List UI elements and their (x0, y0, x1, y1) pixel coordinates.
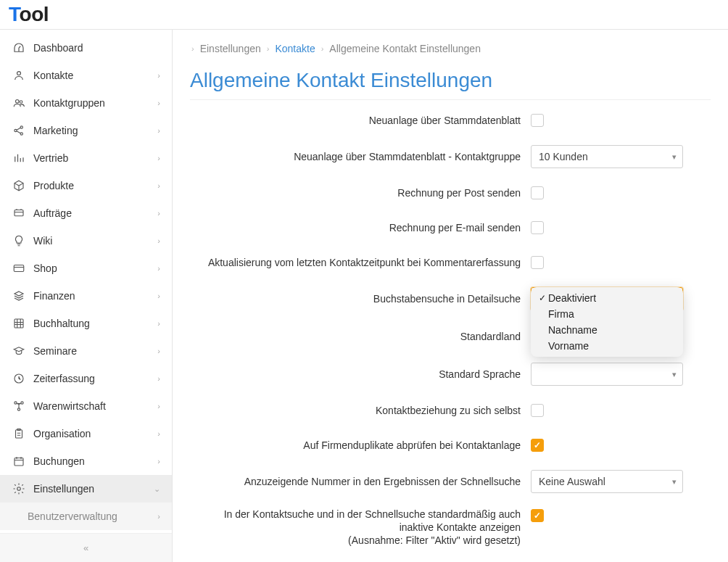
chevron-left-double-icon: « (83, 542, 88, 553)
chevron-right-icon: › (265, 44, 271, 53)
chevron-right-icon: › (157, 236, 160, 245)
cube-icon (12, 179, 26, 192)
chevron-right-icon: › (320, 44, 326, 53)
sidebar-item-label: Zeiterfassung (33, 373, 157, 384)
clock-icon (12, 372, 26, 385)
sidebar-item-label: Buchhaltung (33, 318, 157, 329)
form-label: Neuanlage über Stammdatenblatt (190, 114, 531, 127)
flow-icon (12, 400, 26, 413)
sidebar-item-dashboard[interactable]: Dashboard (0, 34, 172, 62)
sidebar-item-label: Shop (33, 263, 157, 274)
chevron-right-icon: › (190, 44, 196, 53)
sidebar-item-buchhaltung[interactable]: Buchhaltung› (0, 310, 172, 337)
sidebar: DashboardKontakte›Kontaktgruppen›Marketi… (0, 30, 173, 562)
checkbox-beziehung-selbst[interactable] (531, 404, 544, 417)
page-title: Allgemeine Kontakt Einstellungen (190, 69, 711, 100)
sidebar-item-buchungen[interactable]: Buchungen› (0, 447, 172, 475)
chevron-right-icon: › (157, 154, 160, 162)
checkbox-rechnung-post[interactable] (531, 186, 544, 199)
form-label: In der Kontaktsuche und in der Schnellsu… (190, 508, 531, 547)
sidebar-item-kontakte[interactable]: Kontakte› (0, 62, 172, 89)
checkbox-rechnung-email[interactable] (531, 221, 544, 234)
sidebar-item-organisation[interactable]: Organisation› (0, 420, 172, 447)
dashboard-icon (12, 41, 26, 54)
sidebar-item-produkte[interactable]: Produkte› (0, 172, 172, 199)
chevron-right-icon: › (157, 374, 160, 383)
checkbox-aktualisierung[interactable] (531, 256, 544, 269)
sidebar-item-label: Marketing (33, 125, 157, 136)
chevron-down-icon: ⌄ (154, 484, 160, 494)
grid-icon (12, 317, 26, 330)
bars-icon (12, 152, 26, 165)
chevron-right-icon: › (157, 347, 160, 355)
sidebar-item-label: Einstellungen (33, 483, 154, 495)
chevron-right-icon: › (157, 457, 160, 466)
clipboard-icon (12, 427, 26, 440)
chevron-right-icon: › (157, 319, 160, 328)
checkbox-inaktive-anzeigen[interactable] (531, 509, 544, 522)
chevron-right-icon: › (157, 181, 160, 190)
form-label: Standardland (190, 330, 531, 343)
gear-icon (12, 482, 26, 495)
sidebar-item-shop[interactable]: Shop› (0, 255, 172, 282)
select-kontaktgruppe[interactable]: 10 Kunden (531, 145, 683, 168)
calendar-icon (12, 455, 26, 468)
chevron-right-icon: › (157, 292, 160, 300)
dropdown-option-label: Deaktiviert (548, 292, 596, 304)
share-icon (12, 124, 26, 137)
chevron-right-icon: › (157, 71, 160, 80)
sidebar-item-label: Kontakte (33, 70, 157, 81)
sidebar-item-zeiterfassung[interactable]: Zeiterfassung› (0, 365, 172, 392)
sidebar-item-label: Warenwirtschaft (33, 400, 157, 412)
sidebar-item-marketing[interactable]: Marketing› (0, 117, 172, 144)
chevron-right-icon: › (157, 209, 160, 218)
check-icon: ✓ (537, 293, 548, 303)
dropdown-option[interactable]: Nachname (531, 322, 683, 338)
sidebar-collapse[interactable]: « (0, 533, 172, 562)
chevron-right-icon: › (157, 264, 160, 273)
dropdown-option-label: Nachname (548, 324, 597, 336)
dropdown-option-label: Vorname (548, 340, 589, 352)
main: › Einstellungen › Kontakte › Allgemeine … (173, 30, 728, 562)
form-label: Standard Sprache (190, 368, 531, 381)
logo: Tool (9, 3, 49, 26)
chevron-right-icon: › (157, 429, 160, 438)
chevron-right-icon: › (157, 512, 160, 521)
person-icon (12, 69, 26, 82)
sidebar-item-vertrieb[interactable]: Vertrieb› (0, 144, 172, 172)
form-label: Auf Firmenduplikate abprüfen bei Kontakt… (190, 439, 531, 452)
breadcrumb-item[interactable]: Einstellungen (200, 43, 261, 54)
sidebar-item-kontaktgruppen[interactable]: Kontaktgruppen› (0, 89, 172, 117)
dropdown-option[interactable]: Firma (531, 306, 683, 322)
form-label: Buchstabensuche in Detailsuche (190, 292, 531, 305)
form-label: Anzuzeigende Nummer in den Ergebnissen d… (190, 475, 531, 488)
select-standard-sprache[interactable] (531, 363, 683, 386)
sidebar-item-label: Seminare (33, 345, 157, 357)
sidebar-item-warenwirtschaft[interactable]: Warenwirtschaft› (0, 392, 172, 420)
sidebar-subitem-benutzerverwaltung[interactable]: Benutzerverwaltung› (0, 503, 172, 530)
breadcrumb-item: Allgemeine Kontakt Einstellungen (329, 43, 481, 54)
sidebar-item-seminare[interactable]: Seminare› (0, 337, 172, 365)
people-icon (12, 96, 26, 109)
sidebar-item-label: Kontaktgruppen (33, 97, 157, 109)
sidebar-item-einstellungen[interactable]: Einstellungen⌄ (0, 475, 172, 503)
dropdown-option[interactable]: Vorname (531, 338, 683, 354)
dropdown-option[interactable]: ✓Deaktiviert (531, 290, 683, 306)
checkbox-firmenduplikate[interactable] (531, 439, 544, 452)
checkbox-neuanlage-stammdaten[interactable] (531, 114, 544, 127)
chevron-right-icon: › (157, 402, 160, 410)
dropdown-buchstabensuche: ✓DeaktiviertFirmaNachnameVorname (531, 287, 683, 357)
sidebar-item-finanzen[interactable]: Finanzen› (0, 282, 172, 310)
form-label: Kontaktbeziehung zu sich selbst (190, 404, 531, 417)
sidebar-item-label: Finanzen (33, 290, 157, 302)
breadcrumb-item[interactable]: Kontakte (275, 43, 315, 54)
sidebar-item-label: Buchungen (33, 455, 157, 467)
select-anzuzeigende-nummer[interactable]: Keine Auswahl (531, 470, 683, 493)
sidebar-item-wiki[interactable]: Wiki› (0, 227, 172, 255)
header: Tool (0, 0, 728, 30)
chevron-right-icon: › (157, 99, 160, 107)
cap-icon (12, 344, 26, 358)
form-label: Rechnung per Post senden (190, 186, 531, 199)
form-label: Aktualisierung vom letzten Kontaktzeitpu… (190, 256, 531, 269)
sidebar-item-aufträge[interactable]: Aufträge› (0, 199, 172, 227)
